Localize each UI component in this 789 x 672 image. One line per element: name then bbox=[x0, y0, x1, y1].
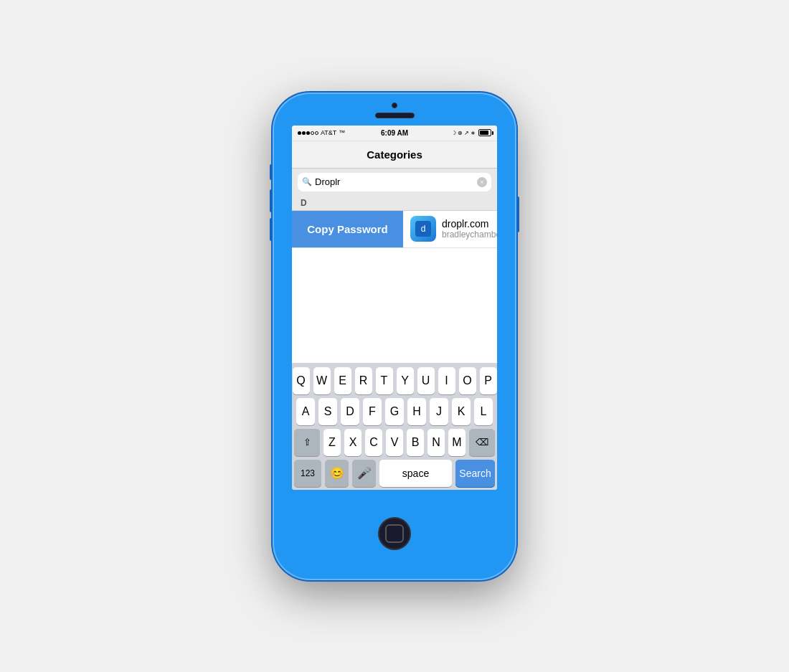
key-u[interactable]: U bbox=[417, 367, 435, 394]
list-container: D Copy Password d droplr.com bradleycham… bbox=[292, 196, 497, 363]
key-a[interactable]: A bbox=[296, 398, 315, 425]
numbers-key[interactable]: 123 bbox=[294, 460, 321, 487]
key-q[interactable]: Q bbox=[293, 367, 310, 394]
item-username: bradleychambe bbox=[442, 229, 497, 240]
emoji-key[interactable]: 😊 bbox=[325, 460, 349, 487]
home-button[interactable] bbox=[378, 517, 411, 550]
dot4 bbox=[311, 131, 314, 135]
key-c[interactable]: C bbox=[365, 429, 382, 456]
battery-icon bbox=[478, 129, 491, 136]
key-t[interactable]: T bbox=[376, 367, 393, 394]
search-key[interactable]: Search bbox=[455, 460, 495, 487]
key-v[interactable]: V bbox=[386, 429, 403, 456]
key-e[interactable]: E bbox=[334, 367, 351, 394]
key-o[interactable]: O bbox=[459, 367, 476, 394]
key-h[interactable]: H bbox=[407, 398, 426, 425]
home-button-inner bbox=[385, 524, 404, 543]
list-item: Copy Password d droplr.com bradleychambe bbox=[292, 211, 497, 248]
key-b[interactable]: B bbox=[407, 429, 424, 456]
app-icon: d bbox=[410, 216, 436, 242]
space-key[interactable]: space bbox=[379, 460, 452, 487]
signal-icon bbox=[298, 131, 318, 135]
backspace-key[interactable]: ⌫ bbox=[469, 429, 495, 456]
search-bar-container: 🔍 Droplr × bbox=[292, 169, 497, 196]
key-k[interactable]: K bbox=[452, 398, 471, 425]
item-text: droplr.com bradleychambe bbox=[442, 218, 497, 240]
key-j[interactable]: J bbox=[430, 398, 448, 425]
dot1 bbox=[298, 131, 301, 135]
section-header: D bbox=[292, 196, 497, 211]
speaker bbox=[375, 113, 415, 118]
key-d[interactable]: D bbox=[341, 398, 359, 425]
wifi-icon: ™ bbox=[339, 129, 345, 136]
search-clear-button[interactable]: × bbox=[477, 177, 487, 187]
key-g[interactable]: G bbox=[385, 398, 404, 425]
key-p[interactable]: P bbox=[480, 367, 497, 394]
nav-bar: Categories bbox=[292, 141, 497, 169]
status-left: AT&T ™ bbox=[298, 129, 345, 136]
key-w[interactable]: W bbox=[313, 367, 331, 394]
camera bbox=[392, 103, 397, 108]
copy-password-button[interactable]: Copy Password bbox=[292, 211, 403, 247]
search-bar[interactable]: 🔍 Droplr × bbox=[298, 173, 491, 191]
shift-key[interactable]: ⇧ bbox=[294, 429, 320, 456]
dot3 bbox=[306, 131, 310, 135]
key-l[interactable]: L bbox=[474, 398, 493, 425]
search-icon: 🔍 bbox=[302, 177, 312, 186]
bluetooth-icon: ∗ bbox=[471, 130, 476, 136]
dot2 bbox=[302, 131, 306, 135]
phone-frame: AT&T ™ 6:09 AM ☽ ⊕ ↗ ∗ Categories 🔍 Drop… bbox=[273, 93, 516, 580]
carrier-label: AT&T bbox=[321, 129, 336, 136]
keyboard-bottom-row: 123 😊 🎤 space Search bbox=[294, 460, 495, 487]
battery-fill bbox=[480, 131, 488, 135]
key-f[interactable]: F bbox=[363, 398, 382, 425]
volume-up-button[interactable] bbox=[270, 189, 273, 212]
droplr-icon: d bbox=[415, 221, 431, 237]
key-i[interactable]: I bbox=[438, 367, 455, 394]
sleep-button[interactable] bbox=[516, 197, 519, 232]
status-bar: AT&T ™ 6:09 AM ☽ ⊕ ↗ ∗ bbox=[292, 126, 497, 141]
key-m[interactable]: M bbox=[448, 429, 466, 456]
key-r[interactable]: R bbox=[355, 367, 372, 394]
keyboard-row-3: ⇧ Z X C V B N M ⌫ bbox=[294, 429, 495, 456]
key-s[interactable]: S bbox=[318, 398, 337, 425]
dot5 bbox=[315, 131, 318, 135]
phone-bottom bbox=[378, 490, 411, 580]
keyboard-row-2: A S D F G H J K L bbox=[294, 398, 495, 425]
location-icon: ⊕ bbox=[458, 130, 463, 136]
keyboard-row-1: Q W E R T Y U I O P bbox=[294, 367, 495, 394]
mute-button[interactable] bbox=[270, 164, 273, 180]
key-y[interactable]: Y bbox=[397, 367, 414, 394]
screen: AT&T ™ 6:09 AM ☽ ⊕ ↗ ∗ Categories 🔍 Drop… bbox=[292, 126, 497, 490]
mic-key[interactable]: 🎤 bbox=[352, 460, 376, 487]
status-right: ☽ ⊕ ↗ ∗ bbox=[451, 129, 491, 136]
key-x[interactable]: X bbox=[344, 429, 362, 456]
item-site: droplr.com bbox=[442, 218, 497, 229]
search-value[interactable]: Droplr bbox=[315, 176, 474, 187]
volume-down-button[interactable] bbox=[270, 218, 273, 241]
key-n[interactable]: N bbox=[427, 429, 445, 456]
list-item-content[interactable]: d droplr.com bradleychambe bbox=[403, 216, 497, 242]
airplane-icon: ↗ bbox=[464, 130, 469, 136]
nav-title: Categories bbox=[367, 148, 422, 161]
key-z[interactable]: Z bbox=[323, 429, 341, 456]
status-time: 6:09 AM bbox=[381, 129, 408, 137]
moon-icon: ☽ bbox=[451, 130, 456, 136]
phone-top bbox=[273, 93, 516, 118]
keyboard: Q W E R T Y U I O P A S D F G H J K bbox=[292, 363, 497, 490]
